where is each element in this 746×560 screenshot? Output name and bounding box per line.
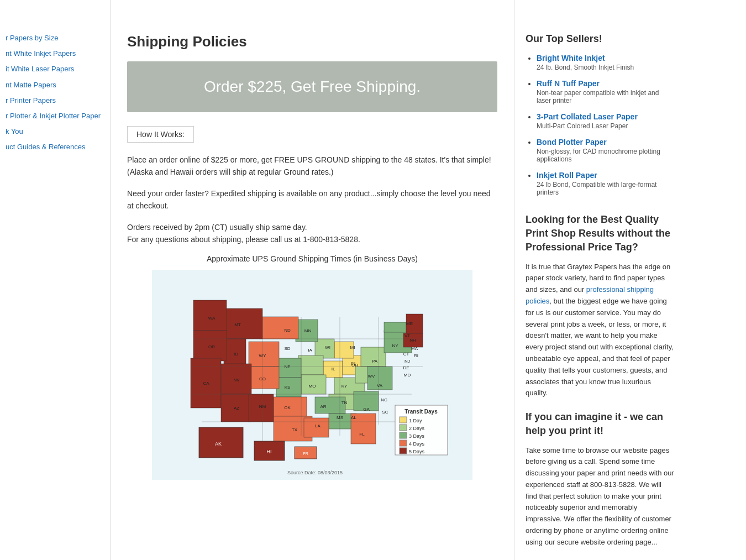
svg-text:MD: MD	[404, 373, 411, 378]
svg-text:SD: SD	[284, 346, 290, 351]
top-sellers-title: Our Top Sellers!	[526, 33, 674, 45]
svg-text:5 Days: 5 Days	[409, 449, 425, 454]
promo-banner: Order $225, Get Free Shipping.	[127, 61, 497, 112]
seller-link-inkjet-roll[interactable]: Inkjet Roll Paper	[537, 171, 597, 180]
svg-rect-5	[298, 355, 323, 375]
svg-text:CA: CA	[203, 381, 209, 386]
promo-heading: Looking for the Best Quality Print Shop …	[526, 213, 674, 255]
imagine-text: Take some time to browse our website pag…	[526, 445, 674, 548]
svg-rect-19	[384, 322, 406, 332]
svg-rect-3	[334, 342, 354, 358]
svg-text:NV: NV	[233, 378, 240, 383]
seller-link-bright-white-inkjet[interactable]: Bright White Inkjet	[537, 54, 605, 62]
sidebar-link-guides[interactable]: uct Guides & References	[6, 142, 104, 152]
svg-text:AL: AL	[351, 415, 356, 420]
shipping-paragraph-3-line2: For any questions about shipping, please…	[127, 235, 360, 244]
shipping-paragraph-3: Orders received by 2pm (CT) usually ship…	[127, 221, 497, 246]
svg-text:DE: DE	[403, 365, 409, 370]
svg-rect-14	[315, 397, 345, 414]
seller-link-ruff-n-tuff[interactable]: Ruff N Tuff Paper	[537, 79, 600, 88]
svg-text:NM: NM	[259, 404, 266, 409]
svg-text:ME: ME	[406, 321, 413, 326]
svg-rect-100	[400, 417, 407, 423]
svg-text:WI: WI	[325, 345, 330, 350]
svg-text:WY: WY	[259, 353, 267, 358]
svg-text:PR: PR	[303, 452, 308, 456]
list-item: Inkjet Roll Paper 24 lb Bond, Compatible…	[537, 171, 674, 196]
shipping-paragraph-3-line1: Orders received by 2pm (CT) usually ship…	[127, 223, 307, 232]
svg-text:NH: NH	[409, 338, 416, 343]
svg-text:TX: TX	[292, 427, 298, 432]
seller-link-3part-collated[interactable]: 3-Part Collated Laser Paper	[537, 112, 638, 121]
seller-desc-0: 24 lb. Bond, Smooth Inkjet Finish	[537, 64, 674, 71]
sidebar-link-matte-papers[interactable]: nt Matte Papers	[6, 80, 104, 90]
svg-rect-104	[400, 432, 407, 438]
seller-desc-3: Non-glossy, for CAD monochrome plotting …	[537, 148, 674, 163]
seller-desc-4: 24 lb Bond, Compatible with large-format…	[537, 181, 674, 196]
svg-text:OR: OR	[208, 344, 215, 349]
promo-link[interactable]: professional shipping policies	[526, 285, 654, 305]
svg-text:ID: ID	[234, 352, 238, 357]
svg-text:ND: ND	[284, 328, 291, 333]
seller-desc-2: Multi-Part Colored Laser Paper	[537, 122, 674, 130]
sidebar-link-papers-by-size[interactable]: r Papers by Size	[6, 33, 104, 43]
svg-text:3 Days: 3 Days	[409, 433, 425, 439]
shipping-paragraph-2: Need your order faster? Expedited shippi…	[127, 187, 497, 212]
svg-text:NJ: NJ	[404, 359, 410, 364]
sidebar-link-plotter-paper[interactable]: r Plotter & Inkjet Plotter Paper	[6, 111, 104, 121]
svg-text:MA: MA	[411, 346, 418, 351]
svg-text:2 Days: 2 Days	[409, 426, 425, 431]
svg-text:VA: VA	[377, 383, 383, 388]
svg-text:NY: NY	[392, 343, 398, 348]
us-map: AK HI PR WA OR CA MT ID NV AZ W	[152, 270, 472, 480]
seller-link-bond-plotter[interactable]: Bond Plotter Paper	[537, 138, 607, 146]
how-it-works-box: How It Works:	[127, 126, 194, 143]
list-item: 3-Part Collated Laser Paper Multi-Part C…	[537, 112, 674, 130]
svg-rect-108	[400, 448, 407, 454]
svg-text:NC: NC	[381, 397, 387, 402]
svg-text:OH: OH	[351, 363, 358, 368]
svg-text:OK: OK	[284, 405, 291, 410]
svg-text:MO: MO	[309, 384, 316, 389]
svg-text:AR: AR	[320, 404, 326, 409]
left-sidebar: r Papers by Size nt White Inkjet Papers …	[0, 0, 111, 560]
svg-text:CO: CO	[259, 376, 266, 381]
svg-text:FL: FL	[359, 432, 365, 437]
svg-text:RI: RI	[414, 353, 418, 358]
sidebar-link-thank-you[interactable]: k You	[6, 127, 104, 137]
sidebar-link-inkjet-papers[interactable]: nt White Inkjet Papers	[6, 49, 104, 59]
promo-text: It is true that Graytex Papers has the e…	[526, 261, 674, 400]
svg-text:MI: MI	[350, 345, 355, 350]
svg-rect-106	[400, 440, 407, 446]
map-caption: Approximate UPS Ground Shipping Times (i…	[127, 254, 497, 263]
svg-rect-27	[224, 308, 262, 339]
svg-text:PA: PA	[372, 359, 378, 364]
svg-text:MN: MN	[304, 328, 312, 333]
svg-text:IL: IL	[332, 367, 335, 371]
svg-text:CT: CT	[403, 352, 409, 357]
svg-text:WV: WV	[368, 374, 376, 379]
seller-desc-1: Non-tear paper compatible with inkjet an…	[537, 89, 674, 104]
imagine-heading: If you can imagine it - we can help you …	[526, 410, 674, 438]
svg-rect-102	[400, 425, 407, 431]
top-sellers-list: Bright White Inkjet 24 lb. Bond, Smooth …	[526, 54, 674, 196]
svg-text:MS: MS	[337, 415, 343, 420]
svg-text:NE: NE	[284, 364, 290, 369]
list-item: Bright White Inkjet 24 lb. Bond, Smooth …	[537, 54, 674, 71]
svg-text:Transit Days: Transit Days	[404, 409, 438, 415]
svg-text:4 Days: 4 Days	[409, 441, 425, 447]
shipping-paragraph-1: Place an order online of $225 or more, g…	[127, 154, 497, 179]
svg-rect-20	[260, 317, 298, 339]
sidebar-link-laser-papers[interactable]: it White Laser Papers	[6, 64, 104, 74]
svg-text:GA: GA	[363, 407, 370, 412]
map-container: AK HI PR WA OR CA MT ID NV AZ W	[152, 270, 472, 482]
sidebar-link-printer-papers[interactable]: r Printer Papers	[6, 96, 104, 106]
svg-text:WA: WA	[208, 316, 216, 321]
page-title: Shipping Policies	[127, 33, 497, 50]
svg-text:AK: AK	[215, 441, 222, 447]
svg-text:SC: SC	[382, 410, 388, 415]
list-item: Ruff N Tuff Paper Non-tear paper compati…	[537, 79, 674, 104]
svg-text:1 Day: 1 Day	[409, 418, 422, 423]
svg-text:TN: TN	[342, 400, 348, 405]
svg-text:IA: IA	[308, 348, 312, 353]
